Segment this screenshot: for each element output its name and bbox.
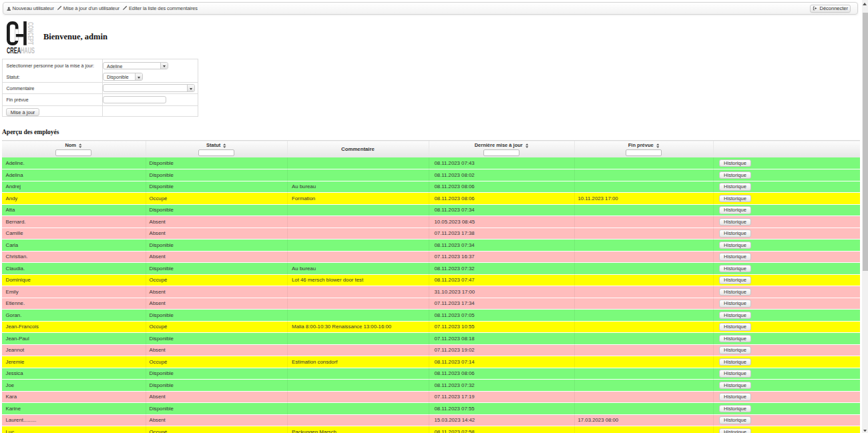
svg-text:CONCEPT: CONCEPT [27, 22, 35, 45]
svg-text:CREAHAUS: CREAHAUS [7, 45, 35, 55]
